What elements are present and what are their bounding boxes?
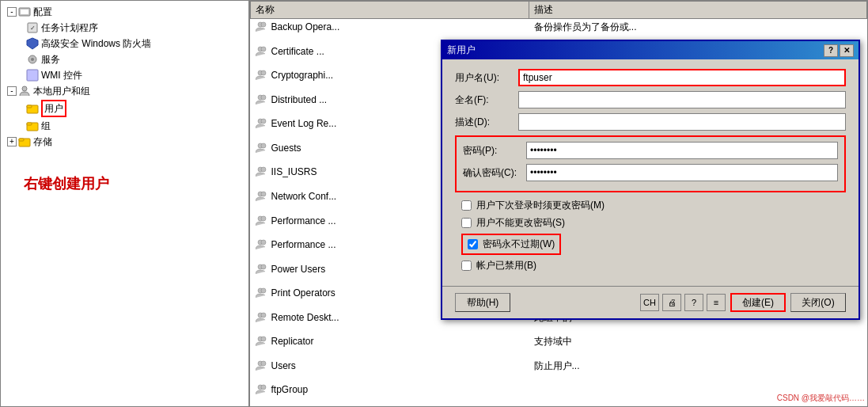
desc-input[interactable] <box>518 113 846 131</box>
footer-right-buttons: 创建(E) 关闭(O) <box>730 293 846 312</box>
cb2-checkbox[interactable] <box>461 218 472 228</box>
print-icon[interactable]: 🖨 <box>662 294 681 311</box>
fullname-label: 全名(F): <box>455 93 518 107</box>
confirm-row: 确认密码(C): <box>463 164 838 181</box>
help-button[interactable]: 帮助(H) <box>455 293 510 312</box>
cb1-checkbox[interactable] <box>461 200 472 211</box>
cb4-row: 帐户已禁用(B) <box>455 259 846 272</box>
watermark: CSDN @我爱敲代码…… <box>777 393 865 404</box>
close-button[interactable]: 关闭(O) <box>790 293 846 312</box>
cb1-label: 用户下次登录时须更改密码(M) <box>476 199 605 212</box>
confirm-label: 确认密码(C): <box>463 166 526 180</box>
question-icon[interactable]: ? <box>684 294 703 311</box>
cb3-label: 密码永不过期(W) <box>483 238 555 251</box>
username-label: 用户名(U): <box>455 71 518 85</box>
create-button[interactable]: 创建(E) <box>730 293 786 312</box>
dialog-overlay: 新用户 ? ✕ 用户名(U): 全名(F): 描述(D): <box>0 0 868 407</box>
desc-label: 描述(D): <box>455 116 518 129</box>
dialog-footer: 帮助(H) CH 🖨 ? ≡ 创建(E) 关闭(O) <box>442 286 859 318</box>
cb4-checkbox[interactable] <box>461 261 472 271</box>
password-row: 密码(P): <box>463 142 838 159</box>
footer-icons: CH 🖨 ? ≡ <box>640 294 726 311</box>
fullname-row: 全名(F): <box>455 91 846 108</box>
menu-icon[interactable]: ≡ <box>707 294 726 311</box>
titlebar-buttons: ? ✕ <box>824 44 854 57</box>
cb4-label: 帐户已禁用(B) <box>476 259 536 272</box>
cb3-row: 密码永不过期(W) <box>461 234 561 255</box>
help-title-btn[interactable]: ? <box>824 44 838 57</box>
cb3-checkbox[interactable] <box>468 239 478 249</box>
desc-row: 描述(D): <box>455 113 846 131</box>
new-user-dialog: 新用户 ? ✕ 用户名(U): 全名(F): 描述(D): <box>441 40 860 320</box>
password-section: 密码(P): 确认密码(C): <box>455 135 846 192</box>
cb1-row: 用户下次登录时须更改密码(M) <box>455 199 846 212</box>
dialog-title: 新用户 <box>447 44 476 57</box>
close-title-btn[interactable]: ✕ <box>840 44 854 57</box>
confirm-input[interactable] <box>526 164 838 181</box>
dialog-content: 用户名(U): 全名(F): 描述(D): 密码(P): <box>442 59 859 286</box>
password-label: 密码(P): <box>463 144 526 158</box>
username-row: 用户名(U): <box>455 69 846 86</box>
cb2-row: 用户不能更改密码(S) <box>455 216 846 230</box>
password-input[interactable] <box>526 142 838 159</box>
dialog-titlebar: 新用户 ? ✕ <box>442 41 859 59</box>
fullname-input[interactable] <box>518 91 846 108</box>
cb2-label: 用户不能更改密码(S) <box>476 216 565 230</box>
username-input[interactable] <box>518 69 846 86</box>
ch-icon[interactable]: CH <box>640 294 659 311</box>
